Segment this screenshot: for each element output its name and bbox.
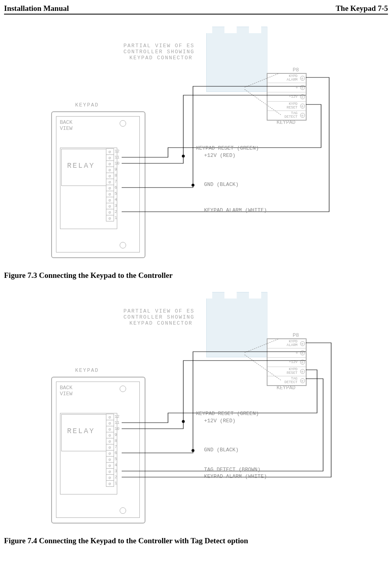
wire-label-reset: KEYPAD RESET (GREEN) bbox=[196, 411, 259, 417]
svg-point-3 bbox=[192, 449, 194, 452]
wire-label-gnd: GND (BLACK) bbox=[204, 181, 239, 188]
svg-point-0 bbox=[182, 155, 185, 157]
figure-7-4-caption: Figure 7.4 Connecting the Keypad to the … bbox=[4, 536, 388, 545]
header-right: The Keypad 7-5 bbox=[336, 4, 388, 13]
page-header: Installation Manual The Keypad 7-5 bbox=[4, 4, 388, 15]
svg-point-1 bbox=[192, 184, 194, 186]
wire-label-12v: +12V (RED) bbox=[204, 418, 236, 424]
wire-label-gnd: GND (BLACK) bbox=[204, 447, 239, 453]
figure-7-3-diagram: PARTIAL VIEW OF ESCONTROLLER SHOWING KEY… bbox=[43, 27, 349, 269]
wire-label-tag: TAG DETECT (BROWN) bbox=[204, 467, 261, 473]
wire-label-12v: +12V (RED) bbox=[204, 152, 236, 158]
wire-label-alarm: KEYPAD ALARM (WHITE) bbox=[204, 473, 267, 480]
svg-point-2 bbox=[182, 420, 185, 423]
wire-label-reset: KEYPAD RESET (GREEN) bbox=[196, 145, 259, 151]
figure-7-3-caption: Figure 7.3 Connecting the Keypad to the … bbox=[4, 271, 388, 280]
figure-7-4-diagram: PARTIAL VIEW OF ESCONTROLLER SHOWING KEY… bbox=[43, 292, 349, 534]
header-left: Installation Manual bbox=[4, 4, 69, 13]
wire-label-alarm: KEYPAD ALARM (WHITE) bbox=[204, 207, 267, 213]
